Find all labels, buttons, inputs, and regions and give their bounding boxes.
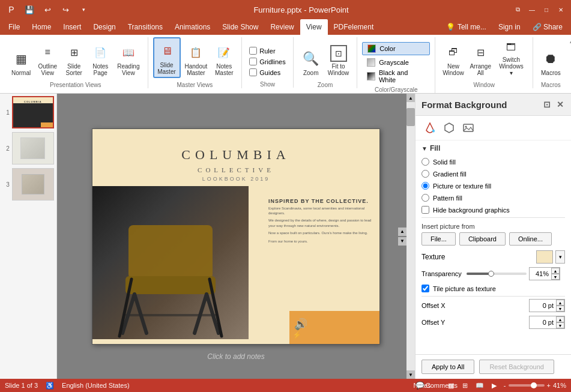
notes-page-icon: 📄 <box>91 43 110 62</box>
notes-placeholder[interactable]: Click to add notes <box>57 352 415 361</box>
menu-view[interactable]: View <box>300 19 328 35</box>
offset-y-down[interactable]: ▼ <box>556 322 564 328</box>
menu-tell-me[interactable]: 💡 Tell me... <box>440 19 492 35</box>
paint-bucket-tab[interactable] <box>420 119 440 136</box>
save-button[interactable]: 💾 <box>23 3 36 16</box>
undo-button[interactable]: ↩ <box>41 3 54 16</box>
ruler-checkbox[interactable]: Ruler <box>247 46 288 56</box>
zoom-minus-button[interactable]: - <box>504 382 506 389</box>
accessibility-icon[interactable]: ♿ <box>45 381 55 390</box>
effects-tab[interactable] <box>440 119 459 136</box>
macros-label: Macros <box>538 82 564 88</box>
transparency-down-arrow[interactable]: ▼ <box>551 274 560 280</box>
offset-x-up[interactable]: ▲ <box>556 300 564 306</box>
zoom-icon: 🔍 <box>301 49 321 68</box>
switch-windows-button[interactable]: 🗔 SwitchWindows ▾ <box>495 37 528 78</box>
transparency-spinner: ▲ ▼ <box>529 267 560 280</box>
arrange-all-button[interactable]: ⊟ ArrangeAll <box>468 37 494 78</box>
image-tab[interactable] <box>459 119 478 136</box>
zoom-slider-thumb[interactable] <box>531 382 537 388</box>
spinner-arrows: ▲ ▼ <box>551 268 560 280</box>
transparency-slider-track[interactable] <box>467 273 527 275</box>
menu-pdfelement[interactable]: PDFelement <box>328 19 380 35</box>
slide-thumbnail-1[interactable]: COLUMBIA <box>12 96 54 128</box>
menu-design[interactable]: Design <box>87 19 121 35</box>
black-white-button[interactable]: Black and White <box>362 70 430 83</box>
close-button[interactable]: ✕ <box>555 4 566 15</box>
fit-to-window-button[interactable]: ⊡ Fit toWindow <box>325 37 352 78</box>
vertical-scrollbar[interactable]: ▲ ▼ <box>406 94 415 379</box>
grayscale-button[interactable]: Grayscale <box>362 56 430 69</box>
clipboard-button[interactable]: Clipboard <box>459 232 506 246</box>
file-button[interactable]: File... <box>421 232 456 246</box>
reading-view-status[interactable]: 📖 <box>475 381 485 390</box>
offset-y-input[interactable] <box>530 316 556 328</box>
menu-slideshow[interactable]: Slide Show <box>216 19 264 35</box>
notes-page-button[interactable]: 📄 NotesPage <box>88 37 113 78</box>
scroll-up-arrow[interactable]: ▲ <box>398 228 406 236</box>
transparency-up-arrow[interactable]: ▲ <box>551 268 560 274</box>
apply-to-all-button[interactable]: Apply to All <box>421 360 474 374</box>
transparency-input[interactable] <box>530 268 551 280</box>
macros-button[interactable]: ⏺ Macros <box>538 37 564 78</box>
zoom-slider-track[interactable] <box>509 384 545 387</box>
color-button[interactable]: Color <box>362 42 430 55</box>
notes-master-button[interactable]: 📝 NotesMaster <box>211 37 237 78</box>
sidebar-close-button[interactable]: ✕ <box>555 98 565 110</box>
transparency-slider-thumb[interactable] <box>488 271 494 277</box>
zoom-plus-button[interactable]: + <box>547 382 551 389</box>
scroll-down-button[interactable]: ▼ <box>406 370 415 379</box>
handout-master-button[interactable]: 📋 HandoutMaster <box>182 37 211 78</box>
scroll-up-button[interactable]: ▲ <box>406 94 415 102</box>
gradient-fill-radio[interactable]: Gradient fill <box>421 169 565 178</box>
slide-thumbnail-2[interactable] <box>12 132 54 164</box>
offset-y-up[interactable]: ▲ <box>556 316 564 322</box>
pattern-fill-radio[interactable]: Pattern fill <box>421 193 565 202</box>
hide-background-checkbox[interactable]: Hide background graphics <box>421 205 565 214</box>
normal-view-status[interactable]: ▦ <box>446 381 456 390</box>
outline-view-button[interactable]: ≡ OutlineView <box>35 37 60 78</box>
menu-sign-in[interactable]: Sign in <box>492 19 527 35</box>
maximize-button[interactable]: □ <box>541 4 552 15</box>
scroll-track[interactable] <box>406 102 415 370</box>
window-title: Furniture.pptx - PowerPoint <box>90 5 512 14</box>
picture-texture-fill-radio[interactable]: Picture or texture fill <box>421 181 565 190</box>
slideshow-status[interactable]: ▶ <box>489 381 499 390</box>
new-window-button[interactable]: 🗗 NewWindow <box>440 37 466 78</box>
sidebar-expand-button[interactable]: ⊡ <box>542 98 552 110</box>
menu-review[interactable]: Review <box>264 19 300 35</box>
ribbon-collapse-button[interactable]: ▲ <box>569 37 571 44</box>
menu-home[interactable]: Home <box>26 19 57 35</box>
reset-background-button[interactable]: Reset Background <box>479 360 554 374</box>
offset-x-down[interactable]: ▼ <box>556 306 564 312</box>
menu-animations[interactable]: Animations <box>169 19 216 35</box>
texture-preview[interactable] <box>536 250 553 264</box>
slide-master-button[interactable]: 🖥 SlideMaster <box>153 37 181 78</box>
menu-transitions[interactable]: Transitions <box>122 19 169 35</box>
zoom-button[interactable]: 🔍 Zoom <box>298 37 324 78</box>
online-button[interactable]: Online... <box>509 232 552 246</box>
offset-x-input[interactable] <box>530 300 556 312</box>
customize-qat-button[interactable]: ▾ <box>77 3 90 16</box>
zoom-percent[interactable]: 41% <box>553 382 566 389</box>
menu-share[interactable]: 🔗 Share <box>527 19 569 35</box>
reading-view-button[interactable]: 📖 ReadingView <box>114 37 142 78</box>
restore-down-button[interactable]: ⧉ <box>512 4 523 15</box>
scroll-down-arrow[interactable]: ▼ <box>398 237 406 246</box>
comments-status-button[interactable]: 💬 Comments <box>432 381 441 390</box>
scroll-handle[interactable] <box>406 108 415 126</box>
solid-fill-radio[interactable]: Solid fill <box>421 157 565 166</box>
menu-file[interactable]: File <box>2 19 26 35</box>
menu-insert[interactable]: Insert <box>57 19 87 35</box>
slide-sorter-button[interactable]: ⊞ SlideSorter <box>61 37 86 78</box>
slide-sorter-status[interactable]: ⊞ <box>461 381 470 390</box>
redo-button[interactable]: ↪ <box>59 3 72 16</box>
gridlines-checkbox[interactable]: Gridlines <box>247 56 288 67</box>
title-bar: P 💾 ↩ ↪ ▾ Furniture.pptx - PowerPoint ⧉ … <box>0 0 571 19</box>
guides-checkbox[interactable]: Guides <box>247 67 288 77</box>
slide-thumbnail-3[interactable] <box>12 168 54 201</box>
tile-checkbox[interactable]: Tile picture as texture <box>421 284 565 293</box>
texture-dropdown-button[interactable]: ▾ <box>555 250 565 264</box>
minimize-button[interactable]: — <box>527 4 537 15</box>
normal-view-button[interactable]: ▦ Normal <box>8 37 34 78</box>
